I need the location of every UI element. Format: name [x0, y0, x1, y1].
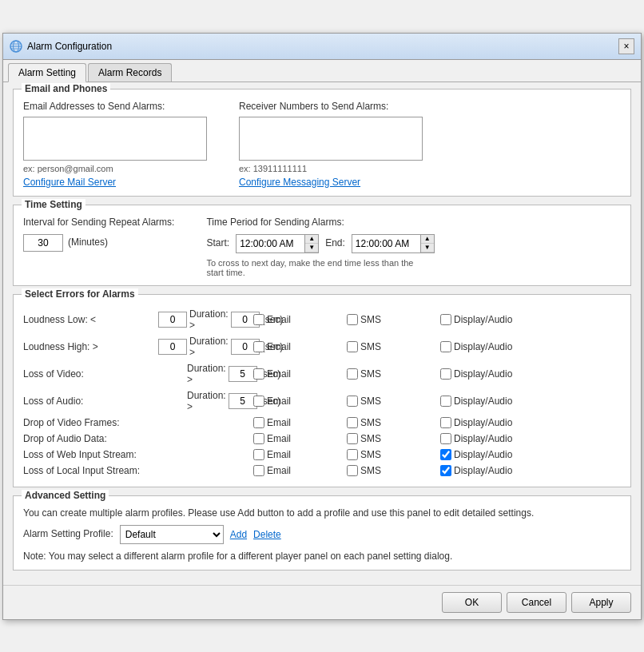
start-label: Start:	[206, 237, 229, 248]
loudness-low-email-check: Email	[253, 314, 345, 325]
loss-local-sms-checkbox[interactable]	[347, 465, 358, 476]
title-bar-left: Alarm Configuration	[10, 40, 112, 53]
drop-audio-display-label: Display/Audio	[454, 433, 512, 444]
start-time-input[interactable]	[237, 235, 304, 252]
loss-local-sms-check: SMS	[347, 465, 439, 476]
loss-video-sms-check: SMS	[347, 368, 439, 380]
loss-audio-duration-group: Duration: > (sec)	[158, 390, 250, 412]
loss-web-email-checkbox[interactable]	[253, 449, 264, 460]
loss-audio-display-label: Display/Audio	[454, 396, 512, 407]
configure-mail-link[interactable]: Configure Mail Server	[23, 177, 207, 188]
start-spin-up[interactable]: ▲	[305, 235, 318, 244]
loss-web-email-label: Email	[267, 449, 291, 460]
drop-video-sms-label: SMS	[360, 417, 381, 428]
loss-video-email-checkbox[interactable]	[253, 368, 264, 380]
tab-alarm-setting[interactable]: Alarm Setting	[8, 63, 86, 82]
loudness-low-display-label: Display/Audio	[454, 314, 512, 325]
loss-video-display-checkbox[interactable]	[440, 368, 451, 380]
end-spin-down[interactable]: ▼	[421, 244, 434, 252]
advanced-section: Advanced Setting You can create multiple…	[13, 495, 631, 570]
loudness-high-email-checkbox[interactable]	[253, 341, 264, 352]
error-name-loudness-high: Loudness High: >	[23, 341, 155, 352]
loss-audio-display-checkbox[interactable]	[440, 396, 451, 407]
loss-video-duration-prefix: Duration: >	[187, 363, 226, 385]
loss-video-duration-group: Duration: > (sec)	[158, 363, 250, 385]
loss-web-sms-check: SMS	[347, 449, 439, 460]
delete-profile-link[interactable]: Delete	[253, 529, 281, 540]
error-name-loudness-low: Loudness Low: <	[23, 314, 155, 325]
advanced-description: You can create multiple alarm profiles. …	[23, 507, 621, 519]
interval-row: (Minutes)	[23, 234, 174, 252]
table-row: Drop of Audio Data: Email SMS	[23, 431, 621, 447]
loudness-low-email-checkbox[interactable]	[253, 314, 264, 325]
email-phones-inner: Email Addresses to Send Alarms: ex: pers…	[23, 101, 621, 188]
loss-audio-email-check: Email	[253, 396, 345, 407]
errors-title: Select Errors for Alarms	[22, 288, 138, 300]
drop-video-sms-checkbox[interactable]	[347, 417, 358, 428]
loudness-high-sms-check: SMS	[347, 341, 439, 352]
loudness-low-display-check: Display/Audio	[440, 314, 532, 325]
drop-audio-display-checkbox[interactable]	[440, 433, 451, 444]
loudness-low-sms-checkbox[interactable]	[347, 314, 358, 325]
start-spin-buttons: ▲ ▼	[304, 235, 318, 252]
loudness-low-display-checkbox[interactable]	[440, 314, 451, 325]
errors-table: Loudness Low: < Duration: > (sec) Email	[23, 306, 621, 479]
drop-audio-sms-checkbox[interactable]	[347, 433, 358, 444]
loss-audio-email-checkbox[interactable]	[253, 396, 264, 407]
loss-video-sms-checkbox[interactable]	[347, 368, 358, 380]
table-row: Loudness Low: < Duration: > (sec) Email	[23, 306, 621, 333]
email-label: Email Addresses to Send Alarms:	[23, 101, 207, 112]
loudness-high-value-input[interactable]	[158, 339, 187, 355]
add-profile-link[interactable]: Add	[230, 529, 247, 540]
loudness-high-sms-checkbox[interactable]	[347, 341, 358, 352]
loss-video-display-label: Display/Audio	[454, 368, 512, 380]
time-setting-section: Time Setting Interval for Sending Repeat…	[13, 205, 631, 286]
phone-input[interactable]	[239, 117, 423, 161]
interval-unit: (Minutes)	[68, 237, 108, 248]
loss-web-sms-checkbox[interactable]	[347, 449, 358, 460]
end-spin-up[interactable]: ▲	[421, 235, 434, 244]
table-row: Loudness High: > Duration: > (sec) Email	[23, 333, 621, 360]
drop-audio-checks: Email SMS Display/Audio	[253, 433, 621, 444]
apply-button[interactable]: Apply	[571, 592, 631, 613]
cancel-button[interactable]: Cancel	[507, 592, 566, 613]
loudness-high-display-check: Display/Audio	[440, 341, 532, 352]
configure-messaging-link[interactable]: Configure Messaging Server	[239, 177, 423, 188]
interval-input[interactable]	[23, 234, 63, 252]
email-input[interactable]	[23, 117, 207, 161]
time-note: To cross to next day, make the end time …	[206, 258, 430, 277]
drop-video-email-checkbox[interactable]	[253, 417, 264, 428]
loudness-low-value-input[interactable]	[158, 312, 187, 328]
loss-web-display-checkbox[interactable]	[440, 449, 451, 460]
close-button[interactable]: ×	[618, 38, 634, 54]
time-row: Start: ▲ ▼ End:	[206, 234, 434, 253]
end-label: End:	[325, 237, 345, 248]
main-content: Email and Phones Email Addresses to Send…	[3, 82, 641, 585]
profile-select[interactable]: Default	[120, 525, 224, 544]
time-setting-title: Time Setting	[22, 199, 85, 210]
loss-local-sms-label: SMS	[360, 465, 381, 476]
phone-hint: ex: 13911111111	[239, 164, 423, 173]
loss-local-display-checkbox[interactable]	[440, 465, 451, 476]
tab-alarm-records[interactable]: Alarm Records	[88, 63, 172, 82]
drop-video-display-check: Display/Audio	[440, 417, 532, 428]
loss-local-display-label: Display/Audio	[454, 465, 512, 476]
ok-button[interactable]: OK	[442, 592, 502, 613]
time-period-group: Time Period for Sending Alarms: Start: ▲…	[206, 217, 434, 277]
loss-audio-sms-checkbox[interactable]	[347, 396, 358, 407]
loudness-low-value-group: Duration: > (sec)	[158, 308, 250, 331]
alarm-config-window: Alarm Configuration × Alarm Setting Alar…	[2, 33, 642, 620]
end-time-input[interactable]	[352, 235, 420, 252]
loudness-high-display-checkbox[interactable]	[440, 341, 451, 352]
app-icon	[10, 40, 22, 53]
table-row: Loss of Video: Duration: > (sec) Email	[23, 360, 621, 388]
phone-label: Receiver Numbers to Send Alarms:	[239, 101, 423, 112]
interval-label: Interval for Sending Repeat Alarms:	[23, 217, 174, 228]
loudness-low-sms-label: SMS	[360, 314, 381, 325]
loss-local-email-checkbox[interactable]	[253, 465, 264, 476]
time-setting-inner: Interval for Sending Repeat Alarms: (Min…	[23, 217, 621, 277]
drop-audio-email-checkbox[interactable]	[253, 433, 264, 444]
drop-video-display-checkbox[interactable]	[440, 417, 451, 428]
start-spin-down[interactable]: ▼	[305, 244, 318, 252]
title-bar: Alarm Configuration ×	[3, 34, 641, 60]
